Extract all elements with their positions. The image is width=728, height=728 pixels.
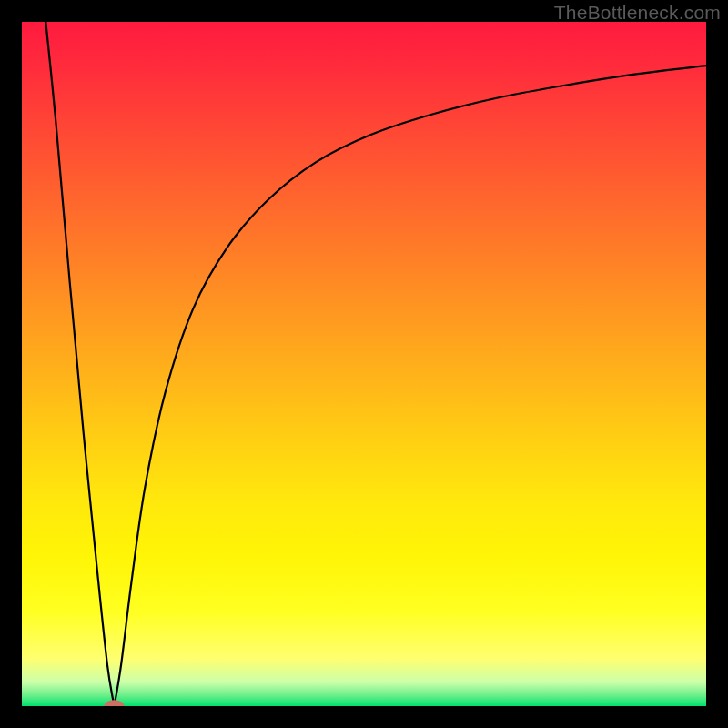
gradient-background — [22, 22, 706, 706]
chart-svg — [22, 22, 706, 706]
chart-frame: TheBottleneck.com — [0, 0, 728, 728]
chart-plot-area — [22, 22, 706, 706]
watermark-label: TheBottleneck.com — [554, 2, 721, 24]
